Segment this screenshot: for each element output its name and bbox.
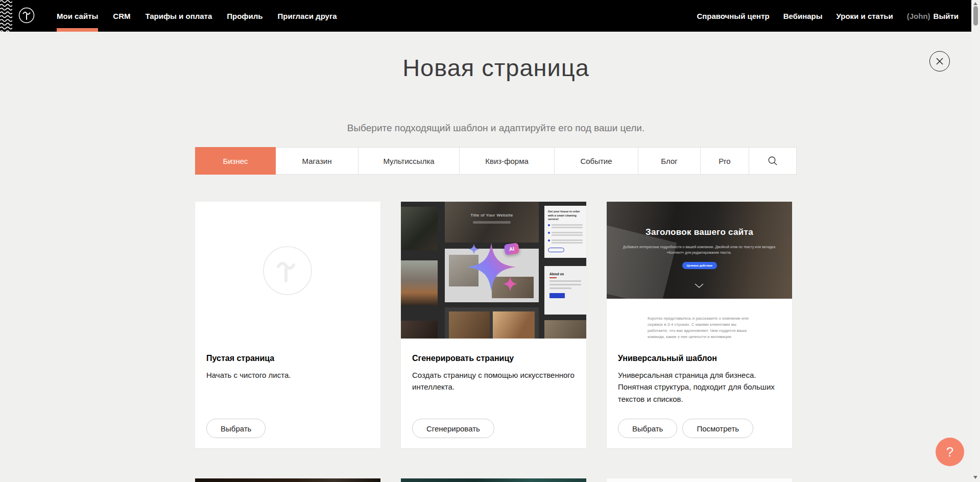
tilda-ghost-logo-icon	[263, 246, 312, 295]
ai-badge: AI	[504, 243, 520, 255]
page-subtitle: Выберите подходящий шаблон и адаптируйте…	[195, 123, 797, 134]
chevron-down-icon	[695, 283, 704, 288]
template-card-blank-page: Пустая страница Начать с чистого листа. …	[195, 202, 380, 448]
top-navbar: Мои сайты CRM Тарифы и оплата Профиль Пр…	[0, 0, 980, 32]
tab-blog[interactable]: Блог	[638, 148, 701, 174]
tab-multilink[interactable]: Мультиссылка	[358, 148, 460, 174]
next-row-card-preview[interactable]	[401, 478, 586, 482]
card-title: Универсальный шаблон	[618, 354, 781, 363]
main-nav: Мои сайты CRM Тарифы и оплата Профиль Пр…	[57, 0, 337, 32]
choose-button[interactable]: Выбрать	[206, 419, 266, 438]
card-title: Пустая страница	[206, 354, 369, 363]
preview-hero-text: Добавьте интересные подробности о вашей …	[623, 245, 776, 255]
choose-button[interactable]: Выбрать	[618, 419, 677, 438]
card-actions: Выбрать Посмотреть	[618, 419, 753, 438]
scrollbar-down-arrow-icon[interactable]	[973, 476, 977, 479]
tab-search[interactable]	[749, 148, 796, 174]
blank-page-preview[interactable]	[195, 202, 380, 339]
card-title: Сгенерировать страницу	[412, 354, 575, 363]
search-icon	[768, 156, 778, 166]
view-button[interactable]: Посмотреть	[682, 419, 753, 438]
tab-event[interactable]: Событие	[555, 148, 638, 174]
secondary-nav: Справочный центр Вебинары Уроки и статьи…	[697, 0, 959, 32]
scrollbar-up-arrow-icon[interactable]	[973, 2, 977, 5]
card-actions: Выбрать	[206, 419, 266, 438]
close-icon	[936, 57, 944, 65]
next-row-card-preview[interactable]	[607, 478, 792, 482]
nav-pricing[interactable]: Тарифы и оплата	[145, 0, 212, 32]
nav-webinars[interactable]: Вебинары	[783, 0, 823, 32]
user-name: (John)	[907, 12, 930, 20]
template-category-tabs: Бизнес Магазин Мультиссылка Квиз-форма С…	[195, 147, 797, 175]
tab-store[interactable]: Магазин	[276, 148, 358, 174]
ai-generate-preview[interactable]: Title of Your Website Get your house in …	[401, 202, 586, 339]
scrollbar-thumb[interactable]	[973, 6, 978, 26]
template-card-universal: Заголовок вашего сайта Добавьте интересн…	[607, 202, 792, 448]
preview-cta-button: Целевое действие	[682, 262, 717, 269]
nav-crm[interactable]: CRM	[113, 0, 130, 32]
nav-invite-friend[interactable]: Пригласи друга	[277, 0, 337, 32]
next-row-card-preview[interactable]	[195, 478, 380, 482]
tab-quiz-form[interactable]: Квиз-форма	[460, 148, 555, 174]
logout-link[interactable]: Выйти	[934, 12, 959, 20]
nav-my-sites[interactable]: Мои сайты	[57, 0, 98, 32]
nav-profile[interactable]: Профиль	[227, 0, 262, 32]
card-description: Универсальная страница для бизнеса. Поня…	[618, 369, 781, 405]
preview-hero: Заголовок вашего сайта Добавьте интересн…	[607, 202, 792, 299]
page-scrollbar[interactable]	[971, 0, 980, 482]
card-description: Создать страницу с помощью искусственног…	[412, 369, 575, 393]
ai-sparkles-icon	[401, 202, 586, 339]
close-modal-button[interactable]	[929, 51, 950, 71]
generate-button[interactable]: Сгенерировать	[412, 419, 494, 438]
nav-help-center[interactable]: Справочный центр	[697, 0, 769, 32]
tab-business[interactable]: Бизнес	[195, 147, 276, 175]
preview-body-text: Коротко представьтесь и расскажите о ком…	[648, 316, 749, 339]
nav-lessons[interactable]: Уроки и статьи	[836, 0, 893, 32]
tilda-waves-decoration	[0, 0, 12, 32]
tilda-logo-icon[interactable]	[18, 7, 35, 23]
page-title: Новая страница	[195, 54, 797, 82]
tab-pro[interactable]: Pro	[701, 148, 749, 174]
template-card-ai-generate: Title of Your Website Get your house in …	[401, 202, 586, 448]
universal-template-preview[interactable]: Заголовок вашего сайта Добавьте интересн…	[607, 202, 792, 339]
help-button[interactable]: ?	[936, 438, 964, 466]
preview-hero-title: Заголовок вашего сайта	[607, 227, 792, 237]
user-logout-group: (John) Выйти	[907, 0, 959, 32]
card-description: Начать с чистого листа.	[206, 369, 369, 381]
card-actions: Сгенерировать	[412, 419, 494, 438]
preview-body: Коротко представьтесь и расскажите о ком…	[607, 299, 792, 339]
